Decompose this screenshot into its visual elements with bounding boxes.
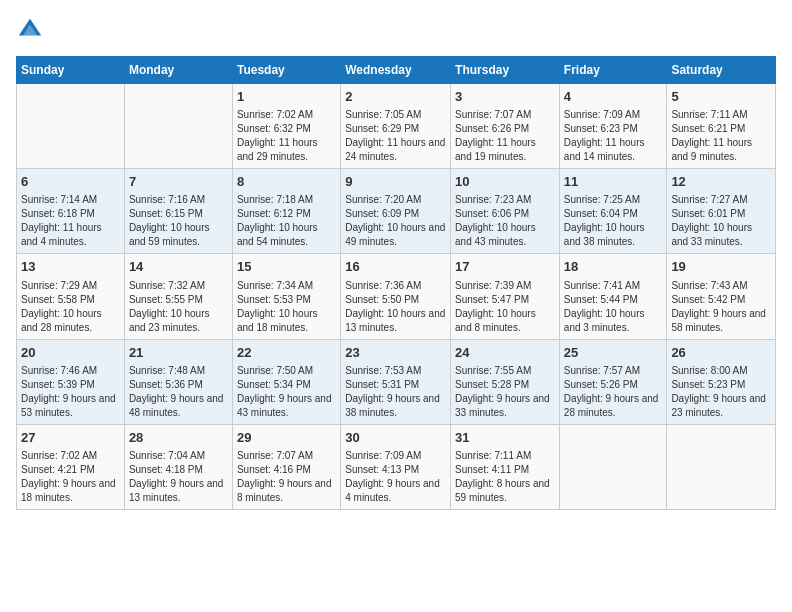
calendar-cell: [17, 84, 125, 169]
calendar-cell: 15Sunrise: 7:34 AM Sunset: 5:53 PM Dayli…: [232, 254, 340, 339]
calendar-cell: 16Sunrise: 7:36 AM Sunset: 5:50 PM Dayli…: [341, 254, 451, 339]
calendar-week-3: 13Sunrise: 7:29 AM Sunset: 5:58 PM Dayli…: [17, 254, 776, 339]
day-number: 19: [671, 258, 771, 276]
calendar-cell: 2Sunrise: 7:05 AM Sunset: 6:29 PM Daylig…: [341, 84, 451, 169]
calendar-cell: 1Sunrise: 7:02 AM Sunset: 6:32 PM Daylig…: [232, 84, 340, 169]
day-info: Sunrise: 7:05 AM Sunset: 6:29 PM Dayligh…: [345, 108, 446, 164]
header-day-monday: Monday: [124, 57, 232, 84]
calendar-body: 1Sunrise: 7:02 AM Sunset: 6:32 PM Daylig…: [17, 84, 776, 510]
day-number: 10: [455, 173, 555, 191]
day-number: 16: [345, 258, 446, 276]
calendar-cell: 24Sunrise: 7:55 AM Sunset: 5:28 PM Dayli…: [451, 339, 560, 424]
day-number: 9: [345, 173, 446, 191]
day-number: 26: [671, 344, 771, 362]
calendar-cell: 10Sunrise: 7:23 AM Sunset: 6:06 PM Dayli…: [451, 169, 560, 254]
day-info: Sunrise: 7:57 AM Sunset: 5:26 PM Dayligh…: [564, 364, 663, 420]
calendar-cell: 20Sunrise: 7:46 AM Sunset: 5:39 PM Dayli…: [17, 339, 125, 424]
day-info: Sunrise: 7:27 AM Sunset: 6:01 PM Dayligh…: [671, 193, 771, 249]
day-number: 18: [564, 258, 663, 276]
calendar-cell: 5Sunrise: 7:11 AM Sunset: 6:21 PM Daylig…: [667, 84, 776, 169]
day-number: 30: [345, 429, 446, 447]
day-number: 21: [129, 344, 228, 362]
day-info: Sunrise: 7:04 AM Sunset: 4:18 PM Dayligh…: [129, 449, 228, 505]
calendar-cell: 8Sunrise: 7:18 AM Sunset: 6:12 PM Daylig…: [232, 169, 340, 254]
header-day-thursday: Thursday: [451, 57, 560, 84]
day-info: Sunrise: 7:02 AM Sunset: 6:32 PM Dayligh…: [237, 108, 336, 164]
day-number: 25: [564, 344, 663, 362]
logo: [16, 16, 48, 44]
page-header: [16, 16, 776, 44]
calendar-cell: [124, 84, 232, 169]
header-day-tuesday: Tuesday: [232, 57, 340, 84]
day-number: 13: [21, 258, 120, 276]
header-day-sunday: Sunday: [17, 57, 125, 84]
day-number: 14: [129, 258, 228, 276]
day-info: Sunrise: 7:36 AM Sunset: 5:50 PM Dayligh…: [345, 279, 446, 335]
calendar-cell: 22Sunrise: 7:50 AM Sunset: 5:34 PM Dayli…: [232, 339, 340, 424]
calendar-cell: 28Sunrise: 7:04 AM Sunset: 4:18 PM Dayli…: [124, 424, 232, 509]
day-info: Sunrise: 7:07 AM Sunset: 4:16 PM Dayligh…: [237, 449, 336, 505]
day-number: 5: [671, 88, 771, 106]
calendar-cell: 21Sunrise: 7:48 AM Sunset: 5:36 PM Dayli…: [124, 339, 232, 424]
day-info: Sunrise: 7:48 AM Sunset: 5:36 PM Dayligh…: [129, 364, 228, 420]
calendar-cell: [667, 424, 776, 509]
day-number: 1: [237, 88, 336, 106]
day-info: Sunrise: 7:50 AM Sunset: 5:34 PM Dayligh…: [237, 364, 336, 420]
day-number: 20: [21, 344, 120, 362]
day-info: Sunrise: 8:00 AM Sunset: 5:23 PM Dayligh…: [671, 364, 771, 420]
day-info: Sunrise: 7:02 AM Sunset: 4:21 PM Dayligh…: [21, 449, 120, 505]
day-number: 4: [564, 88, 663, 106]
day-info: Sunrise: 7:39 AM Sunset: 5:47 PM Dayligh…: [455, 279, 555, 335]
day-info: Sunrise: 7:18 AM Sunset: 6:12 PM Dayligh…: [237, 193, 336, 249]
day-number: 3: [455, 88, 555, 106]
day-info: Sunrise: 7:23 AM Sunset: 6:06 PM Dayligh…: [455, 193, 555, 249]
day-number: 29: [237, 429, 336, 447]
day-number: 7: [129, 173, 228, 191]
calendar-week-2: 6Sunrise: 7:14 AM Sunset: 6:18 PM Daylig…: [17, 169, 776, 254]
calendar-week-5: 27Sunrise: 7:02 AM Sunset: 4:21 PM Dayli…: [17, 424, 776, 509]
day-info: Sunrise: 7:32 AM Sunset: 5:55 PM Dayligh…: [129, 279, 228, 335]
calendar-cell: 13Sunrise: 7:29 AM Sunset: 5:58 PM Dayli…: [17, 254, 125, 339]
day-number: 15: [237, 258, 336, 276]
day-info: Sunrise: 7:25 AM Sunset: 6:04 PM Dayligh…: [564, 193, 663, 249]
calendar-cell: [559, 424, 667, 509]
header-day-friday: Friday: [559, 57, 667, 84]
header-day-wednesday: Wednesday: [341, 57, 451, 84]
day-info: Sunrise: 7:43 AM Sunset: 5:42 PM Dayligh…: [671, 279, 771, 335]
day-number: 27: [21, 429, 120, 447]
day-info: Sunrise: 7:07 AM Sunset: 6:26 PM Dayligh…: [455, 108, 555, 164]
day-number: 24: [455, 344, 555, 362]
day-number: 31: [455, 429, 555, 447]
day-info: Sunrise: 7:55 AM Sunset: 5:28 PM Dayligh…: [455, 364, 555, 420]
calendar-week-1: 1Sunrise: 7:02 AM Sunset: 6:32 PM Daylig…: [17, 84, 776, 169]
calendar-cell: 7Sunrise: 7:16 AM Sunset: 6:15 PM Daylig…: [124, 169, 232, 254]
day-number: 28: [129, 429, 228, 447]
calendar-cell: 27Sunrise: 7:02 AM Sunset: 4:21 PM Dayli…: [17, 424, 125, 509]
calendar-cell: 9Sunrise: 7:20 AM Sunset: 6:09 PM Daylig…: [341, 169, 451, 254]
calendar-cell: 30Sunrise: 7:09 AM Sunset: 4:13 PM Dayli…: [341, 424, 451, 509]
calendar-cell: 12Sunrise: 7:27 AM Sunset: 6:01 PM Dayli…: [667, 169, 776, 254]
day-info: Sunrise: 7:29 AM Sunset: 5:58 PM Dayligh…: [21, 279, 120, 335]
calendar-cell: 14Sunrise: 7:32 AM Sunset: 5:55 PM Dayli…: [124, 254, 232, 339]
calendar-cell: 18Sunrise: 7:41 AM Sunset: 5:44 PM Dayli…: [559, 254, 667, 339]
day-info: Sunrise: 7:53 AM Sunset: 5:31 PM Dayligh…: [345, 364, 446, 420]
calendar-cell: 25Sunrise: 7:57 AM Sunset: 5:26 PM Dayli…: [559, 339, 667, 424]
calendar-cell: 17Sunrise: 7:39 AM Sunset: 5:47 PM Dayli…: [451, 254, 560, 339]
day-info: Sunrise: 7:11 AM Sunset: 6:21 PM Dayligh…: [671, 108, 771, 164]
calendar-cell: 26Sunrise: 8:00 AM Sunset: 5:23 PM Dayli…: [667, 339, 776, 424]
day-number: 22: [237, 344, 336, 362]
day-number: 17: [455, 258, 555, 276]
day-info: Sunrise: 7:41 AM Sunset: 5:44 PM Dayligh…: [564, 279, 663, 335]
header-row: SundayMondayTuesdayWednesdayThursdayFrid…: [17, 57, 776, 84]
calendar-table: SundayMondayTuesdayWednesdayThursdayFrid…: [16, 56, 776, 510]
day-info: Sunrise: 7:09 AM Sunset: 4:13 PM Dayligh…: [345, 449, 446, 505]
header-day-saturday: Saturday: [667, 57, 776, 84]
calendar-cell: 31Sunrise: 7:11 AM Sunset: 4:11 PM Dayli…: [451, 424, 560, 509]
day-number: 12: [671, 173, 771, 191]
day-number: 6: [21, 173, 120, 191]
calendar-cell: 29Sunrise: 7:07 AM Sunset: 4:16 PM Dayli…: [232, 424, 340, 509]
day-info: Sunrise: 7:20 AM Sunset: 6:09 PM Dayligh…: [345, 193, 446, 249]
calendar-cell: 23Sunrise: 7:53 AM Sunset: 5:31 PM Dayli…: [341, 339, 451, 424]
calendar-cell: 4Sunrise: 7:09 AM Sunset: 6:23 PM Daylig…: [559, 84, 667, 169]
calendar-cell: 6Sunrise: 7:14 AM Sunset: 6:18 PM Daylig…: [17, 169, 125, 254]
